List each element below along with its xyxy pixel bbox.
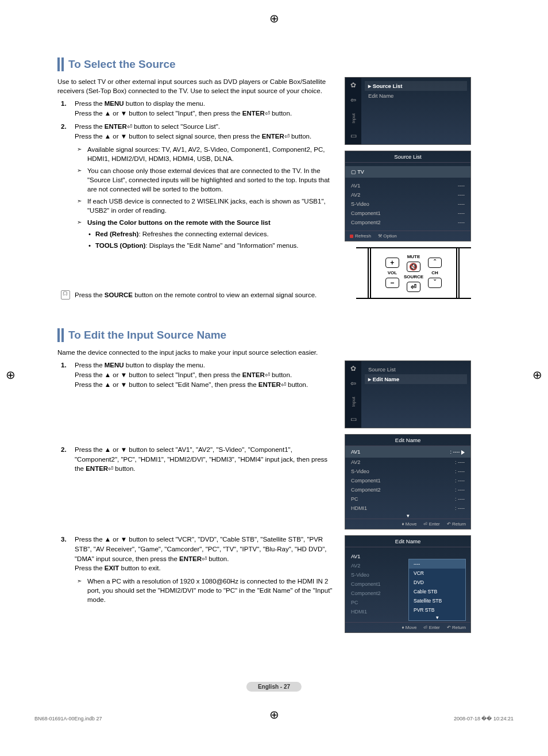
ch-down-icon: ˇ — [428, 278, 442, 288]
return-label: ↶ Return — [447, 625, 466, 630]
osd-source-list: Source List ▢ TV AV1---- AV2---- S-Video… — [345, 151, 471, 241]
gear-icon: ✿ — [349, 364, 358, 374]
usb-icon: ▭ — [349, 415, 358, 424]
enter-icon: ⏎ — [202, 555, 207, 564]
ch-up-icon: ˆ — [428, 258, 442, 268]
mute-icon: 🔇 — [407, 262, 420, 272]
intro-text: Name the device connected to the input j… — [57, 348, 494, 357]
dd-item: DVD — [409, 578, 465, 587]
note-item: You can choose only those external devic… — [75, 166, 333, 194]
timestamp-label: 2008-07-18 �� 10:24:21 — [454, 716, 514, 722]
option-label: ⚒ Option — [378, 233, 397, 239]
note-item: When a PC with a resolution of 1920 x 10… — [75, 577, 333, 604]
vol-label: VOL — [388, 270, 397, 275]
source-icon: ⏎ — [407, 282, 420, 292]
osd-row: ▢ TV — [345, 166, 470, 178]
step-2: Press the ENTER ⏎ button to select "Sour… — [57, 122, 333, 250]
page-number: English - 27 — [246, 682, 302, 692]
source-label: SOURCE — [404, 274, 423, 279]
section-decor-icon — [57, 328, 64, 342]
osd-row: S-Video: ---- — [345, 467, 470, 476]
registration-mark-icon: ⊕ — [6, 368, 16, 382]
osd-row: AV2: ---- — [345, 458, 470, 467]
mute-label: MUTE — [407, 254, 420, 259]
osd-item: ▸ Edit Name — [365, 374, 467, 384]
dd-item: Satellite STB — [409, 596, 465, 605]
enter-icon: ⏎ — [127, 122, 132, 132]
move-label: ♦ Move — [402, 625, 417, 630]
section-title: To Select the Source — [68, 58, 176, 71]
source-file-label: BN68-01691A-00Eng.indb 27 — [34, 716, 102, 722]
note-item: Using the Color buttons on the remote wi… — [75, 218, 333, 250]
osd-row: AV2---- — [345, 190, 470, 199]
enter-label: ⏎ Enter — [423, 521, 439, 527]
refresh-label: Refresh — [350, 233, 371, 239]
osd-input-menu: ✿ ⇦ Input ▭ ▸ Source List Edit Name — [345, 77, 471, 145]
intro-text: Use to select TV or other external input… — [57, 77, 333, 95]
note-subitem: Red (Refresh): Refreshes the connecting … — [87, 229, 333, 239]
gear-icon: ✿ — [349, 81, 358, 90]
osd-header: Edit Name — [345, 435, 470, 446]
step-2: Press the ▲ or ▼ button to select "AV1",… — [57, 445, 333, 531]
arrow-right-icon — [461, 450, 465, 455]
osd-row: PC: ---- — [345, 494, 470, 504]
osd-edit-name-dropdown: Edit Name AV1 AV2 S-Video Component1 Com… — [345, 535, 471, 633]
dd-item: Cable STB — [409, 587, 465, 596]
note-item: Available signal sources: TV, AV1, AV2, … — [75, 145, 333, 163]
remote-diagram: + VOL − MUTE 🔇 SOURCE ⏎ ˆ CH ˇ — [356, 247, 471, 299]
dd-item: VCR — [409, 569, 465, 578]
step-1: Press the MENU button to display the men… — [57, 99, 333, 118]
enter-icon: ⏎ — [281, 381, 286, 390]
dropdown-panel: ---- VCR DVD Cable STB Satellite STB PVR… — [408, 559, 466, 621]
osd-row: AV1: ---- — [345, 446, 470, 458]
osd-edit-name-list: Edit Name AV1: ---- AV2: ---- S-Video: -… — [345, 434, 471, 529]
step-1: Press the MENU button to display the men… — [57, 360, 333, 442]
section-decor-icon — [57, 57, 64, 71]
remote-shortcut-note: Press the SOURCE button on the remote co… — [57, 290, 333, 300]
enter-icon: ⏎ — [265, 109, 270, 118]
enter-icon: ⏎ — [108, 465, 113, 474]
osd-item: Edit Name — [365, 91, 467, 101]
osd-row: AV1---- — [345, 181, 470, 190]
osd-row: Component2---- — [345, 218, 470, 227]
registration-mark-icon: ⊕ — [269, 708, 279, 722]
vol-down-icon: − — [385, 278, 399, 288]
osd-row: Component2: ---- — [345, 485, 470, 494]
osd-header: Edit Name — [345, 536, 470, 547]
section-title: To Edit the Input Source Name — [68, 329, 226, 341]
osd-item: Source List — [365, 364, 467, 374]
sidebar-label: Input — [351, 111, 356, 126]
osd-item: ▸ Source List — [365, 81, 467, 91]
usb-icon: ▭ — [349, 132, 358, 141]
ch-label: CH — [431, 270, 438, 275]
return-label: ↶ Return — [447, 521, 466, 527]
osd-row: S-Video---- — [345, 199, 470, 209]
osd-input-menu: ✿ ⇦ Input ▭ Source List ▸ Edit Name — [345, 360, 471, 428]
vol-up-icon: + — [385, 258, 399, 268]
sidebar-label: Input — [351, 394, 356, 409]
osd-row: HDMI1: ---- — [345, 504, 470, 513]
enter-label: ⏎ Enter — [423, 625, 439, 630]
registration-mark-icon: ⊕ — [269, 11, 279, 25]
dd-item: PVR STB — [409, 605, 465, 615]
osd-row: Component1---- — [345, 209, 470, 218]
osd-row: Component1: ---- — [345, 476, 470, 485]
input-icon: ⇦ — [349, 96, 358, 105]
input-icon: ⇦ — [349, 379, 358, 389]
enter-icon: ⏎ — [265, 371, 270, 380]
osd-header: Source List — [345, 151, 470, 163]
dd-item: ---- — [409, 559, 465, 569]
step-3: Press the ▲ or ▼ button to select "VCR",… — [57, 535, 333, 604]
enter-icon: ⏎ — [284, 132, 290, 141]
note-subitem: TOOLS (Option): Displays the "Edit Name"… — [87, 241, 333, 250]
registration-mark-icon: ⊕ — [532, 368, 542, 382]
move-label: ♦ Move — [402, 521, 417, 527]
note-item: If each USB device is connected to 2 WIS… — [75, 197, 333, 215]
